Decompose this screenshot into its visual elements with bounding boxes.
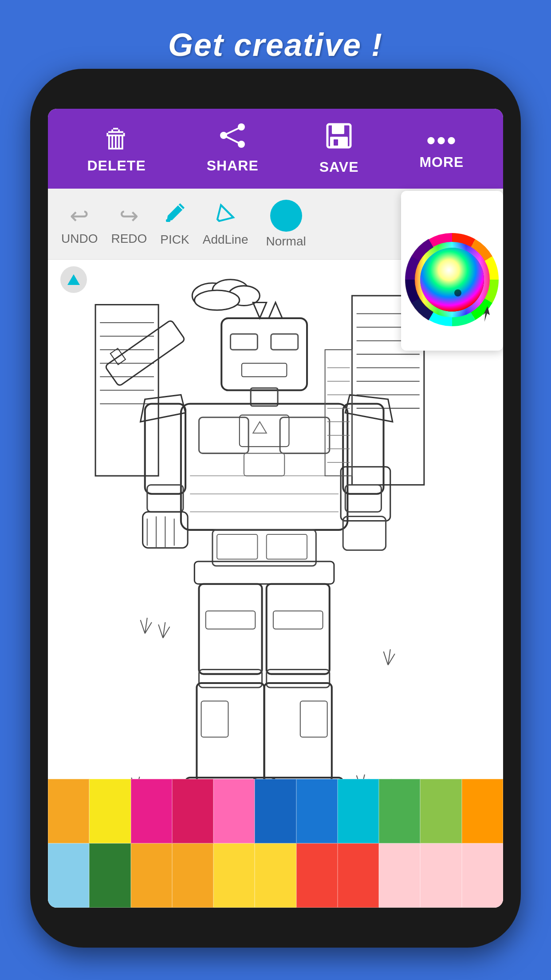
svg-rect-40 [221,318,307,390]
share-icon [219,123,246,154]
svg-rect-63 [345,485,381,512]
svg-point-15 [420,248,484,312]
color-swatch-blue[interactable] [296,779,338,843]
color-swatch-red[interactable] [296,843,338,908]
more-label: MORE [419,154,464,170]
color-swatch-amber[interactable] [131,843,172,908]
save-button[interactable]: SAVE [311,118,368,180]
delete-label: DELETE [87,158,146,174]
app-tagline: Get creative ! [0,27,551,63]
svg-rect-66 [194,561,334,584]
svg-line-4 [224,135,241,144]
more-button[interactable]: ••• MORE [410,123,472,175]
color-swatch-deep-pink[interactable] [172,779,213,843]
svg-rect-77 [264,683,332,782]
svg-rect-41 [231,334,258,350]
svg-point-16 [454,289,461,296]
svg-rect-71 [201,701,228,737]
pick-label: PICK [160,233,189,247]
normal-tool-button[interactable]: Normal [266,200,306,249]
undo-icon: ↩ [70,202,89,229]
svg-marker-43 [253,302,266,318]
delete-button[interactable]: 🗑 DELETE [78,119,154,178]
save-label: SAVE [319,159,359,175]
addline-label: AddLine [203,233,248,247]
drawing-canvas[interactable] [48,260,503,868]
color-wheel-svg[interactable] [401,191,503,351]
phone-frame: 🗑 DELETE SHARE [30,69,521,948]
svg-rect-45 [242,363,287,376]
color-swatch-pale[interactable] [462,843,503,908]
color-swatch-blush[interactable] [420,843,461,908]
redo-icon: ↪ [119,202,139,229]
svg-rect-48 [199,417,248,453]
svg-rect-53 [217,534,257,559]
svg-rect-75 [273,611,323,629]
app-screen: 🗑 DELETE SHARE [48,109,503,908]
svg-rect-7 [330,137,348,147]
color-swatch-green[interactable] [379,779,420,843]
share-button[interactable]: SHARE [198,119,268,178]
color-swatch-hot-pink[interactable] [131,779,172,843]
delete-icon: 🗑 [103,123,130,154]
color-palette [48,779,503,908]
normal-label: Normal [266,234,306,249]
color-swatch-cyan[interactable] [338,779,379,843]
svg-marker-51 [253,422,266,433]
svg-rect-70 [197,683,264,782]
coloring-page [48,260,503,868]
color-swatch-gold[interactable] [213,843,255,908]
top-toolbar: 🗑 DELETE SHARE [48,109,503,189]
svg-rect-6 [332,124,344,134]
svg-rect-76 [267,669,330,688]
color-swatch-deep-orange[interactable] [462,779,503,843]
svg-rect-52 [213,530,316,566]
svg-rect-9 [166,219,170,222]
svg-marker-84 [141,395,185,422]
svg-rect-50 [240,415,289,447]
svg-point-20 [194,290,239,310]
undo-label: UNDO [61,232,98,246]
color-swatch-pink[interactable] [213,779,255,843]
addline-button[interactable]: AddLine [203,202,248,247]
undo-button[interactable]: ↩ UNDO [61,202,98,246]
color-swatch-yellow[interactable] [89,779,130,843]
svg-rect-8 [334,139,338,146]
color-swatch-amber2[interactable] [172,843,213,908]
color-swatch-orange[interactable] [48,779,89,843]
color-swatch-red2[interactable] [338,843,379,908]
more-icon: ••• [426,127,457,154]
redo-button[interactable]: ↪ REDO [111,202,147,246]
redo-label: REDO [111,232,147,246]
color-swatch-dark-green[interactable] [89,843,130,908]
svg-line-3 [224,127,241,135]
svg-rect-56 [147,485,183,512]
pencil-icon [214,202,237,230]
palette-row-2 [48,843,503,908]
save-icon [326,122,352,155]
color-swatch-sky-blue[interactable] [48,843,89,908]
share-label: SHARE [207,158,259,174]
svg-rect-47 [181,404,347,530]
svg-rect-68 [206,611,256,629]
pick-button[interactable]: PICK [160,202,189,247]
palette-row-1 [48,779,503,843]
normal-color-circle [270,200,302,232]
color-swatch-light-pink[interactable] [379,843,420,908]
color-swatch-dark-blue[interactable] [255,779,296,843]
svg-marker-44 [269,302,282,318]
svg-rect-54 [267,534,307,559]
color-swatch-gold2[interactable] [255,843,296,908]
svg-rect-49 [280,417,330,453]
svg-rect-78 [300,701,327,737]
svg-rect-69 [199,669,262,688]
svg-rect-89 [244,453,284,476]
color-swatch-light-green[interactable] [420,779,461,843]
scroll-indicator[interactable] [60,266,87,293]
color-picker-popup[interactable] [401,191,503,351]
svg-rect-42 [271,334,298,350]
eyedropper-icon [163,202,186,230]
